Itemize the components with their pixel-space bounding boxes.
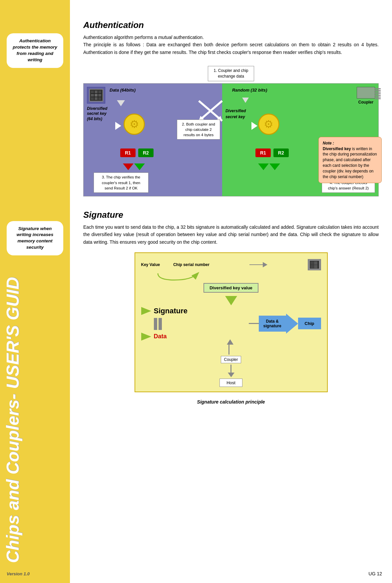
coupler-img: Coupler	[357, 87, 375, 105]
sidebar-note1-text: Authentication protects the memory from …	[13, 38, 57, 62]
auth-main-diagram: Data (64bits) Diversifiedsecret key(64 b…	[83, 83, 379, 196]
host-box-row: Host	[141, 379, 321, 387]
sig-top-row: Key Value Chip serial number	[141, 259, 321, 270]
step1-box: 1. Coupler and chip exchange data	[208, 66, 254, 81]
div-key-label-coupler: Diversifiedsecret key	[225, 108, 246, 120]
coupler-key-arrow	[251, 122, 257, 130]
chip-box-sig: Chip	[298, 318, 321, 329]
div-key-value-box: Diversified key value	[203, 283, 258, 293]
sidebar-sig-note: Signature when writing increases memory …	[7, 221, 63, 256]
chip-icon-sig	[308, 259, 321, 270]
gear-coupler: ⚙	[258, 114, 279, 135]
gear-chip: ⚙	[124, 114, 145, 135]
curved-arrows-row	[141, 272, 321, 282]
svg-marker-5	[141, 307, 151, 315]
r1-arrow-down	[123, 163, 134, 170]
sig-caption: Signature calculation principle	[197, 399, 265, 405]
sig-bars	[154, 318, 188, 330]
note-body-text: is written in the chip during personaliz…	[323, 146, 377, 179]
coupler-box-row: Coupler	[141, 356, 321, 363]
sig-caption-row: Signature calculation principle	[83, 399, 379, 405]
note-title: Note :	[323, 141, 334, 146]
coupler-r2-arrow-down	[269, 163, 280, 170]
serial-to-chip-arrow	[249, 262, 267, 267]
data-label-row: Data	[141, 333, 188, 341]
div-key-label-chip: Diversifiedsecret key(64 bits)	[87, 106, 107, 122]
chip-circuit-img	[87, 87, 105, 104]
svg-marker-4	[225, 296, 237, 305]
random-label: Random (32 bits)	[232, 87, 267, 93]
result-boxes-chip: R1 R2	[120, 148, 154, 157]
div-key-arrow-down	[141, 296, 321, 305]
sig-middle-row: Signature Data Dat	[141, 307, 321, 341]
data-sig-box: Data & signature	[259, 316, 286, 332]
r2-arrow-down	[134, 163, 145, 170]
auth-title: Authentication	[83, 20, 379, 30]
to-data-sig-arrow: Data & signature Chip	[249, 314, 321, 334]
sig-main-label: Signature	[154, 307, 188, 315]
key-arrow-right	[115, 122, 121, 130]
coupler-r1: R1	[255, 148, 271, 157]
host-up-arrow	[141, 345, 321, 355]
chip-r1: R1	[120, 148, 136, 157]
sig-diagram: Key Value Chip serial number	[135, 252, 328, 392]
data-64bits-label: Data (64bits)	[110, 87, 136, 93]
step2-box: 2. Both coupler and chip calculate 2 res…	[177, 120, 220, 140]
coupler-r1-arrow-down	[258, 163, 269, 170]
key-value-label: Key Value	[141, 262, 160, 267]
chip-serial-label: Chip serial number	[173, 262, 209, 267]
version-label: Version 1.0	[7, 571, 30, 576]
sig-data-label: Data	[154, 333, 167, 340]
sidebar-note2-text: Signature when writing increases memory …	[17, 226, 53, 250]
result-boxes-coupler: R1 R2	[255, 148, 289, 157]
data-arrow-down	[117, 100, 125, 106]
main-content: Authentication Authentication algorithm …	[70, 0, 392, 583]
sidebar: Authentication protects the memory from …	[0, 0, 70, 583]
sidebar-title-area: Chips and Couplers- USER'S GUID	[0, 397, 70, 563]
step3-box: 3. The chip verifies the coupler's resul…	[94, 172, 149, 192]
sig-body: Each time you want to send data to the c…	[83, 223, 379, 246]
host-box: Host	[219, 379, 242, 387]
auth-diagram: 1. Coupler and chip exchange data	[83, 66, 379, 196]
note-box: Note : Diversified key is written in the…	[318, 137, 382, 183]
chip-r2: R2	[138, 148, 154, 157]
auth-body: Authentication algorithm performs a mutu…	[83, 34, 379, 56]
coupler-small-box: Coupler	[221, 356, 241, 363]
sig-label-row: Signature	[141, 307, 188, 315]
random-arrow-down	[242, 98, 249, 103]
coupler-r2: R2	[273, 148, 289, 157]
sidebar-auth-note: Authentication protects the memory from …	[7, 33, 63, 68]
coupler-to-host-arrow	[141, 365, 321, 377]
page-number: UG 12	[369, 571, 382, 576]
note-div-key-bold: Diversified key	[323, 146, 351, 151]
div-key-value-row: Diversified key value	[141, 283, 321, 293]
sidebar-title-text: Chips and Couplers- USER'S GUID	[4, 277, 21, 563]
svg-marker-6	[141, 333, 151, 341]
sig-title: Signature	[83, 210, 379, 220]
